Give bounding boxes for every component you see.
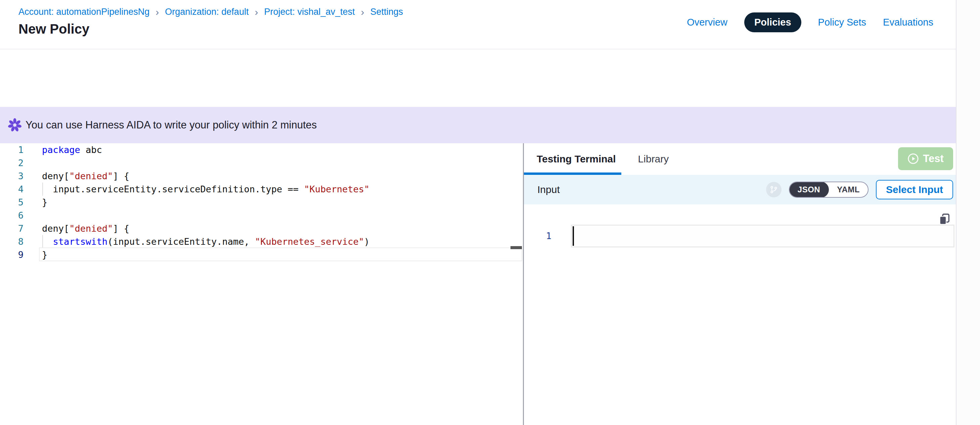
code-line-2: 2 [0, 157, 523, 169]
policy-code-lines: 1package abc23deny["denied"] {4 input.se… [0, 143, 523, 261]
active-tab-underline [524, 173, 621, 175]
page-right-gutter [956, 0, 980, 425]
line-number: 5 [0, 196, 24, 209]
line-number: 9 [0, 248, 24, 261]
line-content: input.serviceEntity.serviceDefinition.ty… [42, 182, 369, 196]
format-yaml-option[interactable]: YAML [829, 185, 868, 194]
overview-ruler-cursor-mark [511, 246, 522, 249]
format-json-option[interactable]: JSON [789, 182, 829, 198]
code-line-3: 3deny["denied"] { [0, 169, 523, 182]
page: Account: automationPipelinesNg › Organiz… [0, 0, 956, 425]
tab-policy-sets[interactable]: Policy Sets [818, 17, 866, 28]
line-content: package abc [42, 143, 102, 157]
chevron-right-icon: › [361, 7, 364, 16]
line-number: 2 [0, 157, 24, 169]
test-button-label: Test [923, 153, 943, 165]
line-content: } [42, 196, 47, 209]
branch-icon [766, 182, 781, 197]
line-content: deny["denied"] { [42, 222, 129, 235]
line-number: 6 [0, 209, 24, 222]
chevron-right-icon: › [156, 7, 159, 16]
code-line-5: 5} [0, 196, 523, 209]
copy-icon[interactable] [938, 212, 951, 226]
play-circle-icon [907, 153, 919, 165]
input-editor-line: 1 [524, 225, 956, 248]
aida-banner-message: You can use Harness AIDA to write your p… [25, 107, 317, 143]
breadcrumb-account[interactable]: Account: automationPipelinesNg [19, 7, 150, 17]
input-current-line-highlight [571, 225, 955, 248]
code-line-1: 1package abc [0, 143, 523, 157]
line-content: } [42, 248, 47, 261]
breadcrumb-settings[interactable]: Settings [371, 7, 403, 17]
code-line-7: 7deny["denied"] { [0, 222, 523, 235]
tab-library[interactable]: Library [638, 153, 669, 165]
line-content: startswith(input.serviceEntity.name, "Ku… [42, 235, 369, 248]
code-line-9: 9} [0, 248, 523, 261]
aida-flower-icon [7, 118, 22, 133]
code-line-8: 8 startswith(input.serviceEntity.name, "… [0, 235, 523, 248]
line-number: 8 [0, 235, 24, 248]
format-toggle: JSON YAML [789, 182, 869, 198]
breadcrumb-organization[interactable]: Organization: default [165, 7, 248, 17]
tab-evaluations[interactable]: Evaluations [883, 17, 933, 28]
breadcrumb-project[interactable]: Project: vishal_av_test [264, 7, 355, 17]
input-section-header: Input JSON YAML Select Input [524, 175, 956, 205]
policy-code-editor[interactable]: 1package abc23deny["denied"] {4 input.se… [0, 143, 523, 425]
test-button[interactable]: Test [898, 147, 953, 170]
terminal-tabs: Testing Terminal Library Test [524, 143, 956, 175]
input-label: Input [537, 184, 560, 195]
tab-overview[interactable]: Overview [687, 17, 727, 28]
line-number: 3 [0, 169, 24, 182]
breadcrumb: Account: automationPipelinesNg › Organiz… [19, 7, 403, 17]
line-number: 4 [0, 182, 24, 196]
tab-policies[interactable]: Policies [744, 13, 801, 32]
policy-toolbar: Default_Service_Policy Save Discard [0, 50, 956, 107]
page-title: New Policy [19, 22, 89, 37]
select-input-button[interactable]: Select Input [876, 180, 953, 200]
input-line-number: 1 [524, 225, 552, 248]
testing-terminal-panel: Testing Terminal Library Test Input [524, 143, 956, 425]
page-header: Account: automationPipelinesNg › Organiz… [0, 0, 956, 50]
code-line-6: 6 [0, 209, 523, 222]
text-cursor [573, 226, 574, 246]
aida-banner: You can use Harness AIDA to write your p… [0, 107, 956, 143]
line-number: 7 [0, 222, 24, 235]
line-number: 1 [0, 143, 24, 157]
code-line-4: 4 input.serviceEntity.serviceDefinition.… [0, 182, 523, 196]
test-input-editor[interactable]: 1 [524, 205, 956, 425]
chevron-right-icon: › [255, 7, 258, 16]
line-content: deny["denied"] { [42, 169, 129, 182]
tab-testing-terminal[interactable]: Testing Terminal [537, 153, 616, 165]
governance-nav-tabs: Overview Policies Policy Sets Evaluation… [687, 12, 933, 32]
